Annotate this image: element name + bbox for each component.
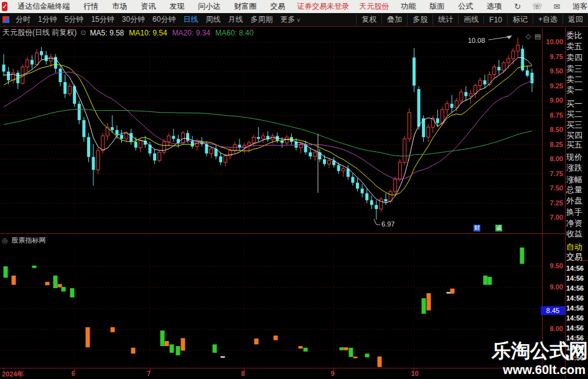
sidebar-quote-卖三: 卖三 bbox=[566, 63, 582, 75]
sidebar-quote-总量: 总量 bbox=[566, 184, 582, 195]
sidebar-quote-买三: 买三 bbox=[566, 119, 582, 131]
price-tick-label: 7.50 bbox=[543, 184, 563, 192]
tick-trade-time: 14:56 bbox=[566, 314, 584, 322]
tick-trade-time: 14:56 bbox=[566, 264, 584, 272]
time-tick-label: 8 bbox=[241, 370, 245, 377]
watermark-site-name: 乐淘公式网 bbox=[492, 338, 588, 364]
sidebar-quote-收益: 收益 bbox=[566, 228, 582, 240]
price-tick-label: 8.50 bbox=[543, 126, 563, 133]
sidebar-quote-涨跌: 涨跌 bbox=[566, 162, 582, 174]
diamond-marker-icon[interactable]: ◇ bbox=[526, 32, 531, 40]
time-tick-label: 6 bbox=[72, 370, 75, 377]
sidebar-quote-买五: 买五 bbox=[566, 139, 582, 151]
sidebar-quote-卖五: 卖五 bbox=[566, 41, 582, 52]
sidebar-quote-买一: 买一 bbox=[566, 98, 582, 110]
price-tick-label: 7.75 bbox=[543, 170, 563, 177]
chart-badge-0: 财 bbox=[474, 225, 480, 232]
time-tick-label: 2024年 bbox=[2, 370, 24, 379]
sidebar-quote-委比: 委比 bbox=[566, 30, 582, 41]
panel-layout-icon[interactable]: ▤ bbox=[534, 32, 541, 40]
chart-badge-1: 诚 bbox=[495, 225, 502, 232]
current-price-marker: 8.45 bbox=[541, 306, 565, 315]
sidebar-quote-卖四: 卖四 bbox=[566, 52, 582, 63]
collapse-circle-icon[interactable]: ◎ bbox=[2, 236, 8, 245]
time-tick-label: 10 bbox=[411, 370, 418, 377]
tdx-terminal-window: ✓ 通达信金融终端行情市场资讯发现问小达财富圈交易 证券交易未登录天元股份 功能… bbox=[0, 0, 588, 379]
quote-sidebar: 委比卖五卖四卖三卖二卖一买一买二买三买四买五现价涨跌涨幅总量外盘换手净资收益自动… bbox=[566, 27, 588, 379]
watermark-url: www.60lt.com bbox=[503, 363, 586, 377]
time-tick-label: 7 bbox=[147, 370, 151, 377]
price-tick-label: 7.00 bbox=[543, 213, 563, 221]
candlestick-chart-canvas[interactable] bbox=[0, 0, 588, 379]
sidebar-quote-现价: 现价 bbox=[566, 152, 582, 163]
indicator-tick-label: 8.00 bbox=[543, 325, 563, 332]
sidebar-quote-买二: 买二 bbox=[566, 109, 582, 120]
tick-trade-time: 14:56 bbox=[566, 284, 584, 292]
sidebar-quote-外盘: 外盘 bbox=[566, 195, 582, 207]
tick-trade-time: 14:56 bbox=[566, 294, 584, 302]
high-price-annotation: 10.08 bbox=[468, 37, 485, 44]
sidebar-quote-换手: 换手 bbox=[566, 207, 582, 218]
sidebar-tab-交易[interactable]: 交易 bbox=[566, 251, 582, 263]
price-tick-label: 9.00 bbox=[543, 96, 563, 104]
sidebar-quote-卖二: 卖二 bbox=[566, 74, 582, 85]
price-tick-label: 9.50 bbox=[543, 67, 563, 75]
indicator-tick-label: 9.00 bbox=[543, 283, 563, 291]
tick-trade-time: 14:56 bbox=[566, 274, 584, 282]
indicator-panel-header: ◎ 股票指标网 bbox=[2, 236, 46, 245]
price-tick-label: 7.25 bbox=[543, 199, 563, 207]
price-tick-label: 10.00 bbox=[543, 38, 563, 45]
price-tick-label: 8.25 bbox=[543, 141, 563, 148]
tick-trade-time: 14:56 bbox=[566, 304, 584, 312]
indicator-tick-label: 9.50 bbox=[543, 262, 563, 269]
price-tick-label: 8.75 bbox=[543, 111, 563, 119]
price-tick-label: 9.25 bbox=[543, 82, 563, 90]
low-price-annotation: 6.97 bbox=[381, 220, 394, 228]
price-tick-label: 9.75 bbox=[543, 53, 563, 60]
price-tick-label: 8.00 bbox=[543, 155, 563, 162]
indicator-panel-title: 股票指标网 bbox=[12, 236, 46, 245]
sidebar-quote-卖一: 卖一 bbox=[566, 85, 582, 96]
tick-trade-time: 14:56 bbox=[566, 324, 584, 332]
time-tick-label: 9 bbox=[331, 370, 335, 377]
sidebar-quote-净资: 净资 bbox=[566, 218, 582, 229]
